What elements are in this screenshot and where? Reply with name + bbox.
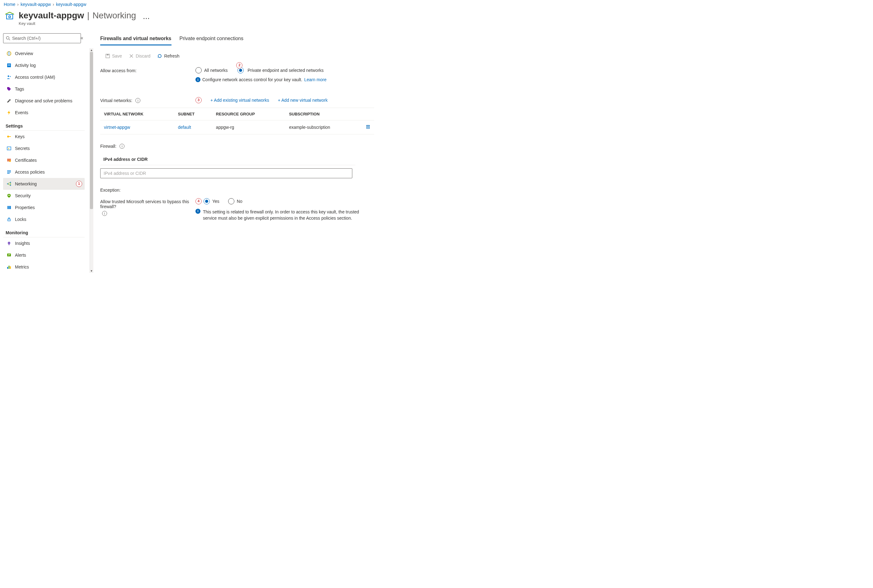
info-outline-icon[interactable]: i [102,211,107,216]
sidebar-scrollbar[interactable]: ▲ ▼ [90,48,93,273]
scroll-up-icon[interactable]: ▲ [90,48,93,52]
sidebar-item-label: Secrets [15,146,30,151]
svg-point-1 [9,16,11,18]
scroll-down-icon[interactable]: ▼ [90,269,93,273]
sidebar: « Search (Ctrl+/) ▲ ▼ Overview Acti [0,32,87,273]
properties-icon [6,205,12,210]
collapse-sidebar-button[interactable]: « [77,35,87,41]
sidebar-item-label: Insights [15,241,30,246]
cidr-column-header: IPv4 address or CIDR [100,154,355,165]
sidebar-item-networking[interactable]: Networking 1 [3,178,85,190]
info-outline-icon[interactable]: i [135,98,140,103]
discard-label: Discard [136,54,150,58]
svg-point-10 [10,76,11,77]
sidebar-item-keys[interactable]: Keys [3,130,85,142]
sidebar-item-events[interactable]: Events [3,107,85,118]
radio-icon [195,67,202,74]
main-content: Firewalls and virtual networks Private e… [87,32,873,273]
info-icon: i [195,209,200,214]
networking-icon [6,182,12,186]
info-text: Configure network access control for you… [202,77,302,82]
breadcrumb-current[interactable]: keyvault-appgw [56,2,86,7]
svg-point-21 [10,182,11,183]
chevron-right-icon: › [17,2,19,7]
radio-label: No [237,199,242,204]
radio-all-networks[interactable]: All networks [195,67,227,74]
iam-icon [6,75,12,80]
svg-point-23 [8,195,10,196]
radio-exception-yes[interactable]: Yes [204,198,219,204]
sidebar-search-input[interactable]: Search (Ctrl+/) [3,33,81,43]
breadcrumb-home[interactable]: Home [4,2,15,7]
breadcrumb-parent[interactable]: keyvault-appgw [21,2,51,7]
more-menu-icon[interactable]: ⋯ [143,15,150,22]
add-existing-vnet-link[interactable]: + Add existing virtual networks [210,98,269,103]
key-icon [6,134,12,139]
page-header: keyvault-appgw | Networking Key vault ⋯ [0,8,873,32]
sidebar-item-certificates[interactable]: Certificates [3,154,85,166]
save-label: Save [112,54,122,58]
sidebar-item-diagnose[interactable]: Diagnose and solve problems [3,95,85,107]
chevron-right-icon: › [53,2,54,7]
sidebar-item-label: Activity log [15,63,36,68]
tab-firewalls[interactable]: Firewalls and virtual networks [100,34,171,45]
radio-private-endpoint[interactable]: 2 Private endpoint and selected networks [237,67,323,74]
svg-rect-32 [9,266,10,269]
sidebar-item-locks[interactable]: Locks [3,213,85,225]
add-new-vnet-link[interactable]: + Add new virtual network [278,98,328,103]
sidebar-item-label: Access control (IAM) [15,75,55,80]
cidr-input[interactable] [100,168,352,178]
svg-rect-12 [9,136,11,137]
scrollbar-thumb[interactable] [90,52,93,209]
log-icon [6,63,12,68]
lock-icon [6,217,12,222]
sidebar-item-activity-log[interactable]: Activity log [3,59,85,71]
tag-icon [6,87,12,92]
sidebar-item-iam[interactable]: Access control (IAM) [3,71,85,83]
sidebar-item-label: Metrics [15,264,29,269]
sidebar-item-label: Events [15,110,28,115]
sidebar-item-properties[interactable]: Properties [3,202,85,213]
sidebar-item-secrets[interactable]: Secrets [3,142,85,154]
svg-rect-19 [7,173,10,174]
learn-more-link[interactable]: Learn more [304,77,326,82]
sidebar-item-label: Diagnose and solve problems [15,98,72,103]
sidebar-item-label: Networking [15,182,37,186]
svg-point-2 [6,36,9,39]
info-outline-icon[interactable]: i [120,144,125,149]
sidebar-item-metrics[interactable]: Metrics [3,261,85,273]
delete-row-button[interactable] [362,120,374,134]
firewall-label: Firewall: [100,144,116,149]
sidebar-item-overview[interactable]: Overview [3,48,85,59]
sidebar-item-alerts[interactable]: Alerts [3,249,85,261]
subnet-link[interactable]: default [178,125,191,130]
radio-label: Yes [212,199,219,204]
table-row: virtnet-appgw default appgw-rg example-s… [100,120,374,134]
radio-icon [228,198,234,204]
sidebar-item-label: Certificates [15,158,37,163]
svg-point-16 [9,160,11,162]
col-vnet: VIRTUAL NETWORK [100,108,174,120]
resource-type: Key vault [19,21,136,26]
sidebar-item-label: Overview [15,51,33,56]
sidebar-item-tags[interactable]: Tags [3,83,85,95]
cert-icon [6,158,12,163]
keyvault-icon [4,10,15,22]
radio-exception-no[interactable]: No [228,198,242,204]
exception-section: Exception: [100,188,865,193]
sidebar-item-insights[interactable]: Insights [3,237,85,249]
vnet-link[interactable]: virtnet-appgw [104,125,130,130]
sidebar-item-access-policies[interactable]: Access policies [3,166,85,178]
discard-button[interactable]: Discard [126,52,153,60]
save-button[interactable]: Save [103,52,125,60]
svg-rect-33 [10,266,11,269]
svg-rect-0 [6,15,13,19]
tab-private-endpoints[interactable]: Private endpoint connections [180,34,243,45]
wrench-icon [6,98,12,103]
step-badge-1: 1 [76,181,82,187]
svg-point-22 [10,185,11,186]
sidebar-item-security[interactable]: Security [3,190,85,202]
refresh-button[interactable]: Refresh [155,52,182,60]
sidebar-heading-monitoring: Monitoring [3,225,85,237]
svg-point-20 [7,183,8,184]
